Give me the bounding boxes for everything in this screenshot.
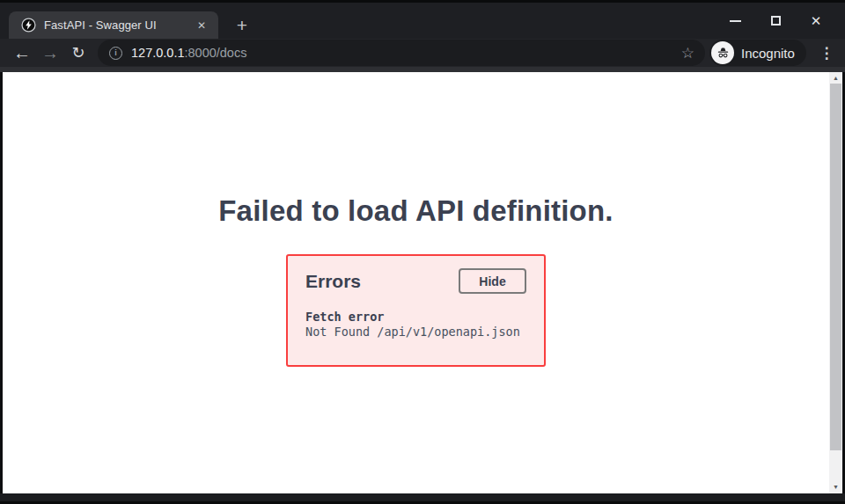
site-info-icon[interactable]: i bbox=[109, 47, 122, 60]
errors-title: Errors bbox=[305, 271, 361, 292]
error-item-title: Fetch error bbox=[305, 310, 526, 325]
swagger-ui-container: Failed to load API definition. Errors Hi… bbox=[3, 194, 829, 367]
browser-menu-button[interactable]: ⋮ bbox=[813, 40, 840, 66]
scrollbar-thumb[interactable] bbox=[830, 84, 841, 450]
maximize-button[interactable] bbox=[755, 3, 796, 39]
window-close-icon: ✕ bbox=[811, 14, 822, 27]
error-item: Fetch error Not Found /api/v1/openapi.js… bbox=[305, 310, 526, 340]
tab-fastapi-swagger-ui[interactable]: FastAPI - Swagger UI ✕ bbox=[9, 11, 218, 39]
hide-button[interactable]: Hide bbox=[459, 268, 526, 294]
maximize-icon bbox=[771, 16, 781, 26]
failed-to-load-heading: Failed to load API definition. bbox=[3, 194, 829, 229]
scroll-up-button[interactable]: ▲ bbox=[829, 72, 842, 84]
window-controls: ✕ bbox=[715, 3, 836, 39]
tab-close-icon[interactable]: ✕ bbox=[194, 18, 209, 33]
errors-panel: Errors Hide Fetch error Not Found /api/v… bbox=[286, 254, 546, 367]
incognito-label: Incognito bbox=[741, 46, 795, 61]
minimize-button[interactable] bbox=[715, 3, 755, 39]
browser-toolbar: ← → ↻ i 127.0.0.1:8000/docs ☆ Incognito … bbox=[0, 39, 845, 67]
errors-header: Errors Hide bbox=[305, 268, 526, 294]
url-path: :8000/docs bbox=[184, 46, 246, 60]
error-item-message: Not Found /api/v1/openapi.json bbox=[305, 325, 526, 340]
url-text[interactable]: 127.0.0.1:8000/docs bbox=[131, 46, 681, 60]
reload-button[interactable]: ↻ bbox=[64, 39, 92, 67]
minimize-icon bbox=[730, 20, 741, 22]
window-bottom-border bbox=[0, 493, 845, 504]
page-scrollbar[interactable]: ▲ ▼ bbox=[829, 72, 842, 493]
incognito-icon bbox=[711, 41, 734, 64]
forward-button[interactable]: → bbox=[36, 39, 64, 67]
titlebar: FastAPI - Swagger UI ✕ + ✕ bbox=[0, 0, 845, 39]
url-host: 127.0.0.1 bbox=[131, 46, 184, 60]
new-tab-button[interactable]: + bbox=[231, 14, 254, 37]
bookmark-star-icon[interactable]: ☆ bbox=[681, 46, 694, 61]
back-button[interactable]: ← bbox=[8, 39, 36, 67]
tab-title: FastAPI - Swagger UI bbox=[44, 18, 188, 32]
page-content: Failed to load API definition. Errors Hi… bbox=[3, 72, 842, 493]
scroll-down-button[interactable]: ▼ bbox=[829, 481, 842, 493]
incognito-badge: Incognito bbox=[709, 40, 806, 66]
address-bar[interactable]: i 127.0.0.1:8000/docs ☆ bbox=[98, 40, 705, 66]
window-close-button[interactable]: ✕ bbox=[796, 3, 836, 39]
fastapi-favicon-icon bbox=[21, 18, 36, 33]
